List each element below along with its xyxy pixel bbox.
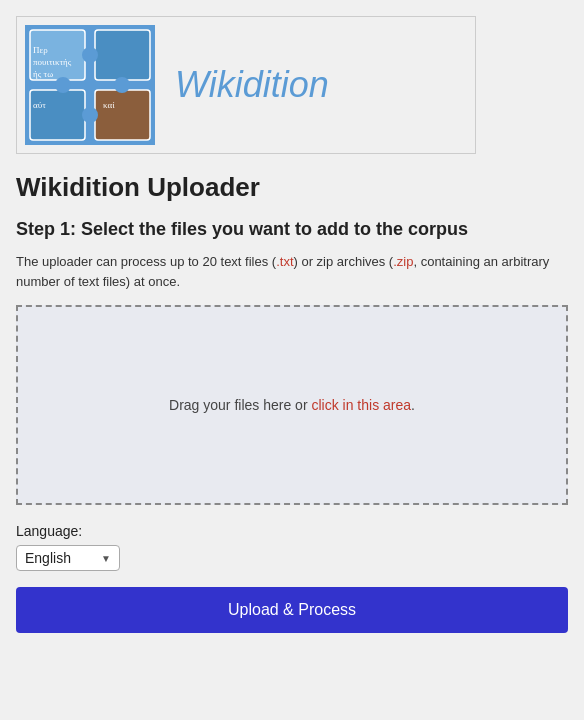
header-banner: Περ πουιτικτής ής τω αύτ καί Wikidition (16, 16, 476, 154)
logo-svg: Περ πουιτικτής ής τω αύτ καί (25, 25, 155, 145)
svg-text:καί: καί (103, 100, 115, 110)
ext-zip: .zip (393, 254, 413, 269)
svg-rect-3 (30, 90, 85, 140)
drop-zone-text: Drag your files here or click in this ar… (169, 397, 415, 413)
svg-point-6 (82, 107, 98, 123)
svg-text:Περ: Περ (33, 45, 48, 55)
svg-text:αύτ: αύτ (33, 100, 46, 110)
site-title: Wikidition (175, 64, 329, 106)
svg-text:πουιτικτής: πουιτικτής (33, 57, 72, 67)
upload-process-button[interactable]: Upload & Process (16, 587, 568, 633)
ext-txt: .txt (276, 254, 293, 269)
page-wrapper: Περ πουιτικτής ής τω αύτ καί Wikidition … (0, 0, 584, 720)
language-select[interactable]: English German French Spanish Italian Po… (25, 550, 117, 566)
page-title: Wikidition Uploader (16, 172, 568, 203)
drop-zone[interactable]: Drag your files here or click in this ar… (16, 305, 568, 505)
language-label: Language: (16, 523, 568, 539)
svg-text:ής τω: ής τω (33, 69, 53, 79)
drop-zone-link[interactable]: click in this area (311, 397, 411, 413)
language-select-wrapper[interactable]: English German French Spanish Italian Po… (16, 545, 120, 571)
language-section: Language: English German French Spanish … (16, 523, 568, 571)
svg-point-8 (114, 77, 130, 93)
step-heading: Step 1: Select the files you want to add… (16, 217, 568, 242)
svg-point-5 (82, 47, 98, 63)
svg-rect-4 (95, 90, 150, 140)
logo-puzzle: Περ πουιτικτής ής τω αύτ καί (25, 25, 155, 145)
svg-rect-2 (95, 30, 150, 80)
description-text: The uploader can process up to 20 text f… (16, 252, 568, 291)
svg-point-7 (55, 77, 71, 93)
